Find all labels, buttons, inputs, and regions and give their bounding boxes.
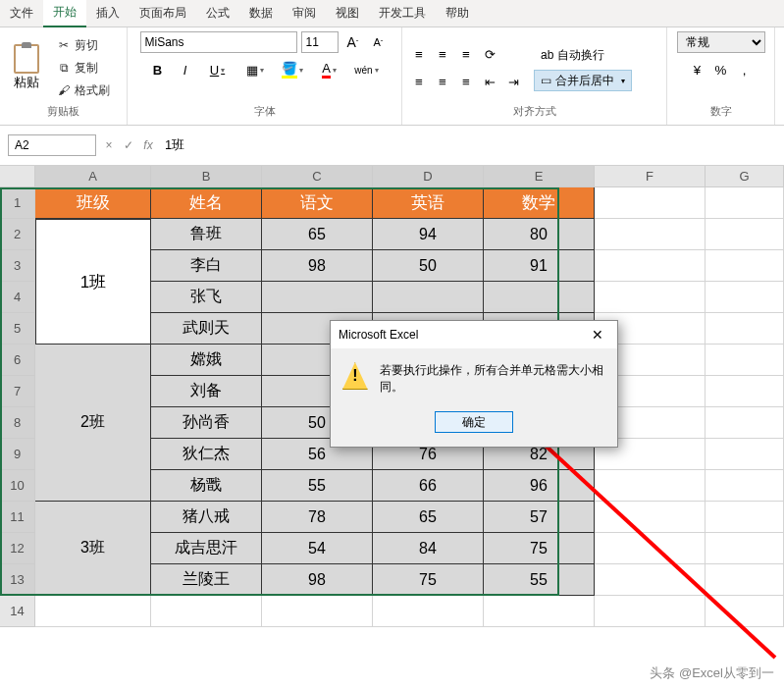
font-name-select[interactable] (140, 31, 297, 53)
align-center-button[interactable]: ≡ (432, 71, 453, 92)
cell[interactable]: 张飞 (151, 282, 262, 313)
cell[interactable] (595, 564, 706, 596)
align-right-button[interactable]: ≡ (455, 71, 477, 92)
col-header[interactable]: B (151, 166, 262, 187)
row-header[interactable]: 12 (0, 533, 35, 564)
cell[interactable] (373, 596, 484, 627)
cell[interactable] (595, 219, 706, 250)
cell[interactable]: 孙尚香 (151, 407, 262, 439)
cell[interactable]: 50 (373, 250, 484, 282)
cell[interactable] (595, 502, 706, 533)
cell[interactable]: 65 (373, 502, 484, 533)
tab-help[interactable]: 帮助 (436, 0, 479, 27)
tab-home[interactable]: 开始 (43, 0, 86, 27)
cell[interactable]: 刘备 (151, 376, 262, 407)
col-header[interactable]: F (595, 166, 706, 187)
row-header[interactable]: 7 (0, 376, 35, 407)
cell[interactable]: 75 (484, 533, 595, 564)
cell[interactable]: 英语 (373, 187, 484, 219)
row-header[interactable]: 13 (0, 564, 35, 596)
cell[interactable]: 75 (373, 564, 484, 596)
decrease-font-button[interactable]: Aˇ (368, 31, 390, 53)
wrap-text-button[interactable]: ab自动换行 (534, 44, 632, 66)
cell[interactable]: 98 (262, 250, 373, 282)
indent-decrease-button[interactable]: ⇤ (479, 71, 500, 92)
cell[interactable] (595, 250, 706, 282)
currency-button[interactable]: ¥ (687, 59, 708, 80)
col-header[interactable]: C (262, 166, 373, 187)
align-bottom-button[interactable]: ≡ (455, 43, 477, 65)
cell[interactable]: 57 (484, 502, 595, 533)
row-header[interactable]: 6 (0, 345, 35, 376)
cell-merged[interactable]: 1班 (35, 219, 151, 345)
cell[interactable]: 猪八戒 (151, 502, 262, 533)
cell[interactable]: 96 (484, 470, 595, 502)
cell[interactable] (706, 502, 784, 533)
name-box[interactable]: A2 (8, 134, 96, 156)
cell-merged[interactable]: 2班 (35, 345, 151, 502)
cell[interactable]: 54 (262, 533, 373, 564)
col-header[interactable]: D (373, 166, 484, 187)
merge-center-button[interactable]: ▭合并后居中▾ (534, 70, 632, 91)
orientation-button[interactable]: ⟳ (479, 43, 500, 65)
cell[interactable] (373, 282, 484, 313)
cell[interactable] (484, 596, 595, 627)
row-header[interactable]: 11 (0, 502, 35, 533)
indent-increase-button[interactable]: ⇥ (502, 71, 524, 92)
tab-insert[interactable]: 插入 (86, 0, 130, 27)
row-header[interactable]: 14 (0, 596, 35, 627)
tab-formulas[interactable]: 公式 (196, 0, 239, 27)
cut-button[interactable]: ✂剪切 (53, 35, 114, 56)
cell[interactable] (595, 533, 706, 564)
fill-color-button[interactable]: 🪣 (276, 59, 309, 80)
cell[interactable]: 94 (373, 219, 484, 250)
row-header[interactable]: 5 (0, 313, 35, 345)
underline-button[interactable]: U (201, 59, 235, 80)
cell-merged[interactable]: 3班 (35, 502, 151, 596)
cell[interactable]: 55 (484, 564, 595, 596)
row-header[interactable]: 9 (0, 439, 35, 470)
cell[interactable]: 姓名 (151, 187, 262, 219)
cell[interactable]: 66 (373, 470, 484, 502)
cell[interactable]: 武则天 (151, 313, 262, 345)
italic-button[interactable]: I (174, 59, 197, 80)
cell[interactable] (151, 596, 262, 627)
row-header[interactable]: 8 (0, 407, 35, 439)
cell[interactable]: 杨戬 (151, 470, 262, 502)
fx-icon[interactable]: fx (139, 138, 157, 152)
row-header[interactable]: 4 (0, 282, 35, 313)
ok-button[interactable]: 确定 (435, 411, 513, 433)
paste-button[interactable]: 粘贴 (6, 34, 47, 101)
tab-data[interactable]: 数据 (239, 0, 283, 27)
cell[interactable]: 鲁班 (151, 219, 262, 250)
cell[interactable] (706, 250, 784, 282)
cell[interactable]: 李白 (151, 250, 262, 282)
border-button[interactable]: ▦ (238, 59, 272, 80)
cell[interactable] (706, 470, 784, 502)
percent-button[interactable]: % (710, 59, 732, 80)
cell[interactable] (706, 219, 784, 250)
copy-button[interactable]: ⧉复制 (53, 58, 114, 79)
tab-developer[interactable]: 开发工具 (369, 0, 436, 27)
col-header[interactable]: E (484, 166, 595, 187)
cell[interactable]: 兰陵王 (151, 564, 262, 596)
cell[interactable]: 嫦娥 (151, 345, 262, 376)
cell[interactable] (595, 282, 706, 313)
cell[interactable] (484, 282, 595, 313)
cell[interactable] (706, 407, 784, 439)
format-painter-button[interactable]: 🖌格式刷 (53, 80, 114, 101)
cell[interactable]: 班级 (35, 187, 151, 219)
cell[interactable]: 语文 (262, 187, 373, 219)
cancel-formula-icon[interactable]: × (100, 138, 118, 152)
cell[interactable]: 91 (484, 250, 595, 282)
cell[interactable] (706, 376, 784, 407)
cell[interactable] (706, 282, 784, 313)
cell[interactable]: 84 (373, 533, 484, 564)
font-size-select[interactable] (301, 31, 339, 53)
align-middle-button[interactable]: ≡ (432, 43, 453, 65)
cell[interactable] (706, 313, 784, 345)
cell[interactable]: 狄仁杰 (151, 439, 262, 470)
cell[interactable] (706, 533, 784, 564)
cell[interactable]: 成吉思汗 (151, 533, 262, 564)
cell[interactable]: 55 (262, 470, 373, 502)
